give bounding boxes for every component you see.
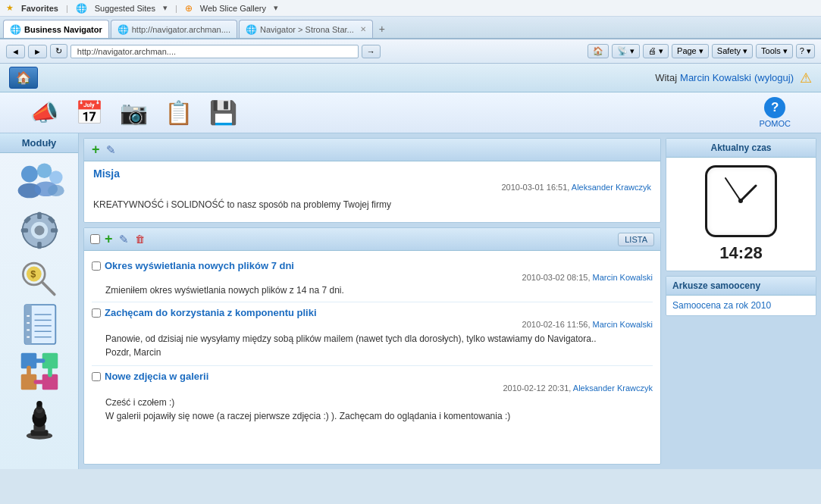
clock-header-text: Aktualny czas xyxy=(710,142,771,153)
news-item-1-body: Zmieniłem okres wyświetlania nowych plik… xyxy=(92,283,653,297)
forward-button[interactable]: ► xyxy=(28,45,47,58)
tab-new-button[interactable]: + xyxy=(374,20,390,38)
svg-rect-37 xyxy=(48,366,52,377)
news-panel-header: + ✎ 🗑 LISTA xyxy=(84,228,660,251)
tab-ie-icon-3: 🌐 xyxy=(246,24,257,35)
go-button[interactable]: → xyxy=(362,45,381,58)
misja-content: KREATYWNOŚĆ i SOLIDNOŚĆ to nasz sposób n… xyxy=(93,196,651,216)
news-item-1-date: 2010-03-02 08:15, xyxy=(522,273,591,282)
chess-icon xyxy=(24,396,55,440)
home-button[interactable]: 🏠 xyxy=(9,67,38,89)
safety-button[interactable]: Safety ▾ xyxy=(712,44,753,58)
print-button[interactable]: 🖨 ▾ xyxy=(643,44,669,58)
misja-add-button[interactable]: + xyxy=(90,142,102,158)
samooceny-panel-header: Arkusze samooceny xyxy=(666,277,816,296)
web-slice-label: Web Slice Gallery xyxy=(200,4,266,13)
misja-meta-author[interactable]: Aleksander Krawczyk xyxy=(572,183,651,192)
toolbar-right-buttons: 🏠 📡 ▾ 🖨 ▾ Page ▾ Safety ▾ Tools ▾ ? ▾ xyxy=(588,44,815,58)
misja-panel-header: + ✎ xyxy=(84,139,660,161)
clipboard-icon[interactable]: 📋 xyxy=(165,99,193,126)
notebook-icon xyxy=(20,303,58,346)
megaphone-icon[interactable]: 📣 xyxy=(30,99,58,126)
main-layout: Moduły xyxy=(0,133,821,469)
address-bar[interactable]: http://navigator.archman.... xyxy=(71,45,359,58)
sidebar-item-users[interactable] xyxy=(9,158,70,206)
news-item-3-checkbox[interactable] xyxy=(92,372,101,381)
news-select-all-checkbox[interactable] xyxy=(90,234,100,244)
news-item-3-meta: 2010-02-12 20:31, Aleksander Krawczyk xyxy=(92,383,653,393)
user-name-link[interactable]: Marcin Kowalski xyxy=(680,72,751,83)
tab-close-button[interactable]: ✕ xyxy=(360,25,366,33)
news-item-3-date: 2010-02-12 20:31, xyxy=(503,383,571,393)
gear-icon xyxy=(17,209,61,252)
help-toolbar-button[interactable]: ? ▾ xyxy=(796,44,815,58)
center-content: + ✎ Misja 2010-03-01 16:51, Aleksander K… xyxy=(79,133,666,469)
svg-rect-35 xyxy=(27,366,31,377)
floppy-icon[interactable]: 💾 xyxy=(209,99,237,126)
help-area[interactable]: ? POMOC xyxy=(759,97,791,128)
samooceny-panel: Arkusze samooceny Samoocena za rok 2010 xyxy=(666,276,816,316)
sidebar-item-modules[interactable] xyxy=(9,349,70,394)
samooceny-link[interactable]: Samoocena za rok 2010 xyxy=(672,300,771,311)
svg-rect-20 xyxy=(24,305,31,344)
toolbar-icons-group: 📣 📅 📷 📋 💾 xyxy=(30,99,237,126)
tab-business-navigator[interactable]: 🌐 Business Navigator xyxy=(3,20,109,38)
clock-face xyxy=(705,165,777,237)
news-item-3-author[interactable]: Aleksander Krawczyk xyxy=(573,383,653,393)
svg-text:$: $ xyxy=(30,269,36,280)
page-button[interactable]: Page ▾ xyxy=(672,44,709,58)
camera-icon[interactable]: 📷 xyxy=(120,99,148,126)
calendar-icon[interactable]: 📅 xyxy=(75,99,103,126)
sidebar-item-strategy[interactable] xyxy=(9,396,70,441)
news-item-1-title[interactable]: Okres wyświetlania nowych plików 7 dni xyxy=(105,260,294,271)
svg-line-46 xyxy=(741,186,756,201)
misja-title: Misja xyxy=(93,167,651,180)
rss-button[interactable]: 📡 ▾ xyxy=(612,44,640,58)
news-add-button[interactable]: + xyxy=(103,231,114,247)
webslice-dropdown-icon: ▾ xyxy=(274,3,278,13)
svg-point-4 xyxy=(49,171,62,183)
logout-link[interactable]: (wyloguj) xyxy=(754,72,794,83)
clock-time-display: 14:28 xyxy=(719,243,762,263)
samooceny-header-text: Arkusze samooceny xyxy=(672,280,760,291)
tools-button[interactable]: Tools ▾ xyxy=(756,44,793,58)
news-delete-button[interactable]: 🗑 xyxy=(133,233,146,245)
lista-button[interactable]: LISTA xyxy=(618,233,654,246)
tab-label-3: Navigator > Strona Star... xyxy=(260,25,354,34)
news-item-1-author[interactable]: Marcin Kowalski xyxy=(593,273,653,282)
sidebar-item-notes[interactable] xyxy=(9,302,70,347)
news-item-2-author[interactable]: Marcin Kowalski xyxy=(593,320,653,329)
news-item-3-title[interactable]: Nowe zdjęcia w galerii xyxy=(105,371,208,382)
tab-bar: 🌐 Business Navigator 🌐 http://navigator.… xyxy=(0,17,821,39)
help-circle-icon[interactable]: ? xyxy=(764,97,785,118)
news-item-1: Okres wyświetlania nowych plików 7 dni 2… xyxy=(92,255,653,302)
news-item-2-title[interactable]: Zachęcam do korzystania z komponentu pli… xyxy=(105,307,317,318)
news-item-2-meta: 2010-02-16 11:56, Marcin Kowalski xyxy=(92,320,653,329)
tab-navigator-url[interactable]: 🌐 http://navigator.archman.... xyxy=(111,20,237,38)
refresh-button[interactable]: ↻ xyxy=(50,44,67,58)
news-header-actions: + ✎ 🗑 xyxy=(90,231,146,247)
news-panel-body: Okres wyświetlania nowych plików 7 dni 2… xyxy=(84,251,660,434)
news-item-2-checkbox[interactable] xyxy=(92,308,101,318)
svg-rect-36 xyxy=(33,380,45,384)
tab-label-2: http://navigator.archman.... xyxy=(132,25,230,34)
sidebar-item-settings[interactable] xyxy=(9,208,70,253)
misja-edit-button[interactable]: ✎ xyxy=(105,143,118,157)
news-item-1-checkbox[interactable] xyxy=(92,261,101,271)
news-edit-button[interactable]: ✎ xyxy=(118,233,130,246)
favorites-star-icon: ★ xyxy=(6,3,14,13)
nav-buttons: ◄ ► ↻ http://navigator.archman.... → xyxy=(6,44,381,58)
samooceny-panel-body: Samoocena za rok 2010 xyxy=(666,296,816,315)
favorites-label: Favorites xyxy=(21,4,58,13)
home-toolbar-button[interactable]: 🏠 xyxy=(588,44,609,58)
news-item-3-header: Nowe zdjęcia w galerii xyxy=(92,371,653,382)
sidebar-item-search[interactable]: $ xyxy=(9,255,70,300)
tab-ie-icon-2: 🌐 xyxy=(118,24,129,35)
tab-strona-star[interactable]: 🌐 Navigator > Strona Star... ✕ xyxy=(239,20,373,38)
news-item-2-header: Zachęcam do korzystania z komponentu pli… xyxy=(92,307,653,318)
news-item-2-body: Panowie, od dzisiaj nie wysyłamy między … xyxy=(92,330,653,361)
divider: | xyxy=(66,4,68,13)
news-item-3: Nowe zdjęcia w galerii 2010-02-12 20:31,… xyxy=(92,366,653,429)
back-button[interactable]: ◄ xyxy=(6,45,25,58)
svg-rect-9 xyxy=(37,242,42,249)
